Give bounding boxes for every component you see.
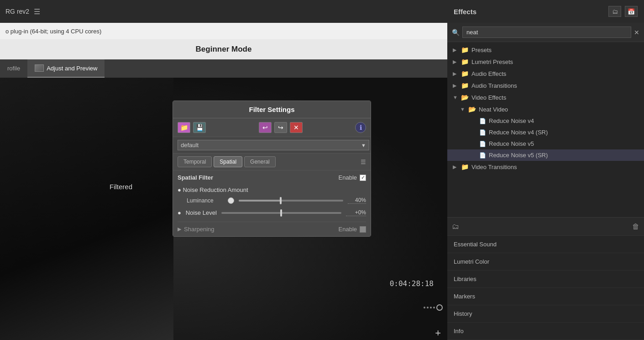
car-shape	[0, 78, 173, 340]
tab-adjust[interactable]: Adjust and Preview	[27, 59, 105, 78]
delete-icon[interactable]: 🗑	[632, 223, 639, 231]
tree-item-neat-video[interactable]: ▼ 📂 Neat Video	[447, 103, 644, 115]
sharpening-label: Sharpening	[184, 226, 215, 233]
tree-item-video-transitions[interactable]: ▶ 📁 Video Transitions	[447, 161, 644, 173]
video-effects-folder-icon: 📂	[461, 94, 469, 101]
effects-icon-btn-1[interactable]: 🗂	[608, 6, 621, 17]
tree-item-video-effects[interactable]: ▼ 📂 Video Effects	[447, 91, 644, 103]
panels-section: Essential Sound Lumetri Color Libraries …	[447, 235, 644, 340]
noise-reduction-title: Noise Reduction Amount	[178, 186, 366, 193]
tab-spatial[interactable]: Spatial	[214, 156, 242, 167]
panel-lumetri-color[interactable]: Lumetri Color	[447, 253, 644, 271]
neat-video-label: Neat Video	[479, 106, 508, 113]
spatial-enable-checkbox[interactable]	[360, 175, 366, 181]
audio-effects-label: Audio Effects	[471, 70, 506, 77]
reduce-noise-v5-sr-file-icon: 📄	[479, 152, 486, 159]
toolbar-btn-curve[interactable]: ↩	[259, 122, 272, 133]
lumetri-presets-arrow-icon: ▶	[453, 59, 458, 65]
timeline-dot-2	[427, 307, 429, 308]
sharpening-enable-checkbox[interactable]	[360, 226, 366, 233]
panel-libraries[interactable]: Libraries	[447, 271, 644, 288]
audio-transitions-arrow-icon: ▶	[453, 83, 458, 89]
search-icon: 🔍	[452, 29, 460, 36]
filter-title: Filter Settings	[249, 106, 294, 113]
filtered-label: Filtered	[110, 183, 132, 191]
tree-item-presets[interactable]: ▶ 📁 Presets	[447, 44, 644, 56]
noise-level-dot: ●	[178, 209, 181, 216]
sharpening-enable: Enable	[339, 226, 366, 233]
tab-adjust-label: Adjust and Preview	[47, 65, 97, 72]
reduce-noise-v4-file-icon: 📄	[479, 118, 486, 124]
tree-item-audio-transitions[interactable]: ▶ 📁 Audio Transitions	[447, 80, 644, 91]
tree-item-reduce-noise-v4[interactable]: 📄 Reduce Noise v4	[447, 115, 644, 127]
panel-markers[interactable]: Markers	[447, 288, 644, 305]
tab-spatial-label: Spatial	[220, 159, 236, 165]
hamburger-icon[interactable]: ☰	[34, 7, 40, 16]
timeline-dot-4	[433, 307, 435, 308]
tree-item-audio-effects[interactable]: ▶ 📁 Audio Effects	[447, 68, 644, 80]
spatial-filter-header: Spatial Filter Enable	[178, 174, 366, 181]
tree-item-reduce-noise-v5-sr[interactable]: 📄 Reduce Noise v5 (SR)	[447, 149, 644, 161]
tree-item-reduce-noise-v5[interactable]: 📄 Reduce Noise v5	[447, 138, 644, 149]
toolbar-btn-wave[interactable]: ↪	[274, 122, 287, 133]
video-transitions-arrow-icon: ▶	[453, 164, 458, 170]
luminance-slider-thumb[interactable]	[280, 197, 282, 204]
panel-essential-sound[interactable]: Essential Sound	[447, 236, 644, 253]
audio-transitions-label: Audio Transitions	[471, 82, 517, 89]
tree-item-lumetri-presets[interactable]: ▶ 📁 Lumetri Presets	[447, 56, 644, 68]
panel-history[interactable]: History	[447, 305, 644, 323]
plugin-bar: o plug-in (64-bit; using 4 CPU cores)	[0, 23, 447, 39]
markers-label: Markers	[454, 293, 475, 300]
preset-select[interactable]: default	[178, 140, 369, 150]
noise-level-value: +0%	[346, 209, 366, 216]
tab-profile[interactable]: rofile	[0, 59, 27, 78]
audio-transitions-folder-icon: 📁	[461, 82, 469, 89]
tab-adjust-icon	[35, 64, 44, 72]
beginner-mode-title: Beginner Mode	[196, 45, 252, 54]
filter-header: Filter Settings	[173, 101, 371, 118]
timeline-dots	[424, 304, 443, 311]
effects-icon-btn-2[interactable]: 📅	[625, 6, 638, 17]
tab-general[interactable]: General	[244, 156, 276, 167]
reduce-noise-v5-file-icon: 📄	[479, 141, 486, 147]
reduce-noise-v5-label: Reduce Noise v5	[489, 140, 534, 147]
tab-temporal-label: Temporal	[183, 159, 206, 165]
search-bar: 🔍 ✕	[447, 23, 644, 42]
effects-header: Effects 🗂 📅	[447, 0, 644, 23]
beginner-mode-bar: Beginner Mode	[0, 39, 447, 59]
filter-settings-panel: Filter Settings 📁 💾 ↩ ↪ ✕ ℹ default ▼	[173, 101, 371, 237]
toolbar-btn-info[interactable]: ℹ	[355, 122, 366, 133]
search-clear-icon[interactable]: ✕	[634, 29, 639, 36]
effects-title: Effects	[454, 8, 476, 16]
noise-level-slider-thumb[interactable]	[280, 209, 282, 217]
audio-effects-folder-icon: 📁	[461, 70, 469, 77]
luminance-slider-fill	[239, 200, 281, 202]
luminance-circle-icon	[228, 197, 234, 204]
audio-effects-arrow-icon: ▶	[453, 71, 458, 77]
filter-toolbar: 📁 💾 ↩ ↪ ✕ ℹ	[173, 118, 371, 137]
noise-level-row: ● Noise Level +0%	[178, 209, 366, 216]
app-title: RG rev2	[5, 8, 29, 15]
lumetri-presets-label: Lumetri Presets	[471, 58, 513, 65]
noise-level-slider-track[interactable]	[221, 212, 341, 214]
tabs-menu-icon[interactable]: ☰	[361, 159, 366, 165]
search-input[interactable]	[462, 27, 631, 38]
tab-temporal[interactable]: Temporal	[178, 156, 212, 167]
playhead-control[interactable]	[436, 304, 443, 311]
presets-label: Presets	[471, 47, 492, 53]
spatial-enable: Enable	[339, 174, 366, 181]
toolbar-btn-save[interactable]: 💾	[193, 122, 206, 133]
tree-item-reduce-noise-v4-sr[interactable]: 📄 Reduce Noise v4 (SR)	[447, 127, 644, 138]
video-transitions-label: Video Transitions	[471, 164, 517, 170]
sharpening-section: ▶ Sharpening Enable	[178, 222, 366, 233]
tab-general-label: General	[250, 159, 270, 165]
toolbar-btn-x[interactable]: ✕	[290, 122, 303, 133]
new-folder-icon[interactable]: 🗂	[452, 223, 459, 231]
noise-reduction-section: Noise Reduction Amount Luminance 40%	[178, 186, 366, 204]
luminance-slider-track[interactable]	[239, 200, 343, 202]
filter-tabs-row: Temporal Spatial General ☰	[173, 154, 371, 170]
reduce-noise-v4-label: Reduce Noise v4	[489, 117, 534, 124]
panel-info[interactable]: Info	[447, 323, 644, 340]
add-button[interactable]: +	[435, 327, 441, 339]
toolbar-btn-open[interactable]: 📁	[178, 122, 190, 133]
